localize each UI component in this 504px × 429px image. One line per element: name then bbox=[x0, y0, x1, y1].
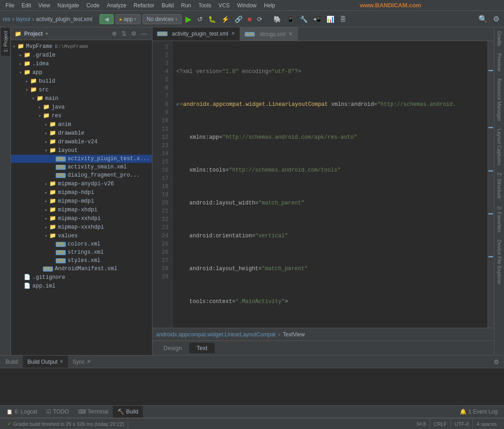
status-indent[interactable]: 4 spaces bbox=[473, 419, 500, 429]
sdk-button[interactable]: 🔧 bbox=[298, 15, 310, 24]
bottom-settings-icon[interactable]: ⚙ bbox=[491, 357, 502, 366]
sidebar-tab-project[interactable]: 1: Project bbox=[1, 27, 10, 56]
menu-view[interactable]: View bbox=[35, 1, 54, 10]
build-output-close-icon[interactable]: ✕ bbox=[59, 359, 63, 365]
run-button[interactable]: ▶ bbox=[184, 13, 194, 25]
db-button[interactable]: 🗄 bbox=[338, 15, 348, 24]
panel-gear-icon[interactable]: ⚙ bbox=[130, 30, 138, 37]
panel-minimize-btn[interactable]: — bbox=[140, 30, 148, 37]
tab-build-output[interactable]: Build Output ✕ bbox=[23, 356, 68, 368]
device-manager[interactable]: 📲 bbox=[311, 15, 323, 24]
status-encoding[interactable]: UTF-8 bbox=[451, 419, 473, 429]
panel-sync-btn[interactable]: ⇅ bbox=[120, 30, 128, 37]
right-tab-layout-captures[interactable]: Layout Captures bbox=[494, 125, 504, 169]
tree-mipmap-xhdpi[interactable]: ▸ 📁 mipmap-xhdpi bbox=[11, 205, 152, 214]
tree-values[interactable]: ▾ 📁 values bbox=[11, 231, 152, 240]
menu-window[interactable]: Window bbox=[233, 1, 260, 10]
right-tab-device-file-explorer[interactable]: Device File Explorer bbox=[494, 236, 504, 288]
tab-strings-xml[interactable]: XML strings.xml ✕ bbox=[240, 27, 298, 41]
tab2-close-icon[interactable]: ✕ bbox=[289, 31, 293, 37]
right-tab-resource-manager[interactable]: Resource Manager bbox=[494, 75, 504, 125]
right-tab-preview[interactable]: Preview bbox=[494, 50, 504, 75]
tree-styles-xml[interactable]: XML styles.xml bbox=[11, 256, 152, 265]
breadcrumb-layout[interactable]: layout bbox=[16, 16, 31, 22]
activity-plugin-xml-icon: XML bbox=[56, 157, 66, 162]
tree-app-iml[interactable]: ▸ 📄 app.iml bbox=[11, 282, 152, 290]
sync-button[interactable]: ⟳ bbox=[255, 15, 264, 24]
tree-android-manifest[interactable]: XML AndroidManifest.xml bbox=[11, 265, 152, 273]
tab1-close-icon[interactable]: ✕ bbox=[231, 31, 235, 37]
menu-run[interactable]: Run bbox=[178, 1, 195, 10]
menu-analyze[interactable]: Analyze bbox=[103, 1, 130, 10]
breadcrumb-linear-layout[interactable]: androidx.appcompat.widget.LinearLayoutCo… bbox=[156, 331, 276, 338]
tree-mipmap-xxhdpi[interactable]: ▸ 📁 mipmap-xxhdpi bbox=[11, 214, 152, 223]
tree-activity-smain[interactable]: XML activity_smain.xml bbox=[11, 163, 152, 171]
tab-build[interactable]: 🔨 Build bbox=[113, 406, 143, 418]
tree-root[interactable]: ▾ 📁 MvpFrame E:\MvpFrame bbox=[11, 42, 152, 51]
right-tab-gradle[interactable]: Gradle bbox=[494, 27, 504, 50]
menu-edit[interactable]: Edit bbox=[18, 1, 35, 10]
right-tab-favorites[interactable]: 2: Favorites bbox=[494, 203, 504, 236]
gutter-mark-3 bbox=[488, 170, 493, 172]
tree-main[interactable]: ▾ 📁 main bbox=[11, 94, 152, 103]
code-editor[interactable]: 1 2 3 4 5 6 7 8 9 10 11 12 13 14 15 16 1… bbox=[152, 41, 494, 328]
menu-refactor[interactable]: Refactor bbox=[130, 1, 158, 10]
back-btn[interactable]: ◀ bbox=[100, 14, 114, 24]
tree-build[interactable]: ▸ 📁 build bbox=[11, 77, 152, 85]
tree-strings-xml[interactable]: XML strings.xml bbox=[11, 248, 152, 256]
menu-navigate[interactable]: Navigate bbox=[54, 1, 83, 10]
menu-file[interactable]: File bbox=[2, 1, 18, 10]
tab-design[interactable]: Design bbox=[156, 343, 189, 353]
tree-gitignore[interactable]: ▸ 📄 .gitignore bbox=[11, 273, 152, 282]
tree-drawable-v24[interactable]: ▸ 📁 drawable-v24 bbox=[11, 137, 152, 146]
tree-res[interactable]: ▾ 📁 res bbox=[11, 111, 152, 120]
status-line-sep[interactable]: CRLF bbox=[430, 419, 451, 429]
tree-mipmap-xxxhdpi[interactable]: ▸ 📁 mipmap-xxxhdpi bbox=[11, 223, 152, 231]
tree-colors-xml[interactable]: XML colors.xml bbox=[11, 240, 152, 248]
tab-text[interactable]: Text bbox=[189, 343, 215, 353]
profile-button[interactable]: ⚡ bbox=[220, 15, 231, 24]
debug-button[interactable]: 🐛 bbox=[206, 15, 218, 24]
tree-mipmap-anydpi[interactable]: ▸ 📁 mipmap-anydpi-v26 bbox=[11, 179, 152, 188]
rebuild-button[interactable]: ↺ bbox=[195, 15, 205, 24]
tab-terminal[interactable]: ⌨ Terminal bbox=[74, 406, 113, 418]
tree-layout[interactable]: ▾ 📁 layout bbox=[11, 146, 152, 155]
tree-drawable[interactable]: ▸ 📁 drawable bbox=[11, 129, 152, 137]
tree-app[interactable]: ▾ 📁 app bbox=[11, 68, 152, 77]
tree-java[interactable]: ▸ 📁 java bbox=[11, 103, 152, 111]
tree-mipmap-mdpi[interactable]: ▸ 📁 mipmap-mdpi bbox=[11, 197, 152, 205]
tree-activity-plugin-test[interactable]: XML activity_plugin_test.x... bbox=[11, 155, 152, 163]
menu-vcs[interactable]: VCS bbox=[215, 1, 234, 10]
tree-dialog-fragment[interactable]: XML dialog_fragment_pro... bbox=[11, 171, 152, 179]
menu-tools[interactable]: Tools bbox=[195, 1, 215, 10]
tree-mipmap-hdpi[interactable]: ▸ 📁 mipmap-hdpi bbox=[11, 188, 152, 197]
project-dropdown-icon: ▾ bbox=[46, 31, 48, 36]
attach-button[interactable]: 🔗 bbox=[233, 15, 244, 24]
device-dropdown[interactable]: No devices ▾ bbox=[142, 14, 181, 24]
tab-event-log[interactable]: 🔔 1 Event Log bbox=[455, 406, 502, 418]
menu-help[interactable]: Help bbox=[260, 1, 279, 10]
avd-button[interactable]: 📱 bbox=[285, 15, 296, 24]
app-dropdown[interactable]: ▸ app ▾ bbox=[116, 14, 141, 24]
settings-gear-icon[interactable]: ⚙ bbox=[491, 14, 501, 24]
tab-logcat[interactable]: 📋 6: Logcat bbox=[2, 406, 42, 418]
stop-button[interactable]: ■ bbox=[246, 15, 253, 24]
tab-todo[interactable]: ☑ TODO bbox=[42, 406, 73, 418]
tree-idea[interactable]: ▸ 📁 .idea bbox=[11, 59, 152, 68]
profiler-button[interactable]: 📊 bbox=[325, 15, 336, 24]
breadcrumb-res[interactable]: res bbox=[3, 16, 10, 22]
menu-code[interactable]: Code bbox=[83, 1, 103, 10]
tree-gradle[interactable]: ▸ 📁 .gradle bbox=[11, 51, 152, 59]
code-content[interactable]: <?xml version="1.0" encoding="utf-8"?> ↺… bbox=[173, 41, 488, 328]
sync-close-icon[interactable]: ✕ bbox=[87, 359, 91, 365]
tree-src[interactable]: ▾ 📁 src bbox=[11, 85, 152, 94]
tree-anim[interactable]: ▸ 📁 anim bbox=[11, 120, 152, 129]
project-tree: ▾ 📁 MvpFrame E:\MvpFrame ▸ 📁 .gradle ▸ 📁… bbox=[11, 40, 152, 355]
tab-sync[interactable]: Sync ✕ bbox=[68, 356, 95, 368]
tab-activity-plugin-test[interactable]: XML activity_plugin_test.xml ✕ bbox=[152, 27, 240, 41]
menu-build[interactable]: Build bbox=[158, 1, 178, 10]
search-button[interactable]: 🔍 bbox=[477, 14, 489, 24]
panel-add-btn[interactable]: ⊕ bbox=[110, 30, 118, 37]
gradle-button[interactable]: 🐘 bbox=[272, 15, 283, 24]
right-tab-structure[interactable]: Z: Structure bbox=[494, 169, 504, 202]
